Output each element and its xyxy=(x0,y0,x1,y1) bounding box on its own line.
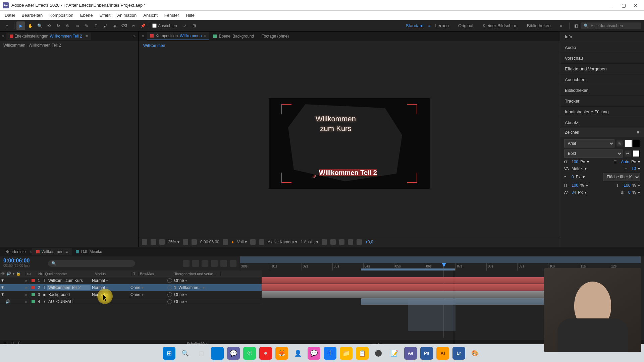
menu-bearbeiten[interactable]: Bearbeiten xyxy=(18,11,46,19)
layer-color[interactable] xyxy=(32,279,35,282)
rect-tool-icon[interactable]: ▭ xyxy=(73,21,82,30)
layer-row-2[interactable]: 👁 ▸ 2 T Willkommen Teil 2 Normal Ohne 1.… xyxy=(0,284,262,291)
menu-ansicht[interactable]: Ansicht xyxy=(140,11,161,19)
snapshot-icon[interactable] xyxy=(223,239,228,245)
panel-menu-icon[interactable]: » xyxy=(130,34,138,39)
graph-editor-icon[interactable] xyxy=(230,260,236,267)
tracking-value[interactable]: 10 xyxy=(632,166,636,171)
stroke-color-swatch[interactable] xyxy=(633,140,640,147)
clone-tool-icon[interactable]: ◈ xyxy=(110,21,119,30)
taskbar-facebook[interactable]: f xyxy=(324,347,336,360)
grid-icon[interactable] xyxy=(183,239,188,245)
minimize-button[interactable]: — xyxy=(608,3,614,8)
panel-audio[interactable]: Audio xyxy=(560,42,644,53)
camera-dropdown[interactable]: Aktive Kamera ▾ xyxy=(268,240,297,244)
grid-icon[interactable]: ⊞ xyxy=(190,21,199,30)
taskbar-obs[interactable]: ⚫ xyxy=(372,347,385,360)
region-icon[interactable] xyxy=(259,239,264,245)
baseline-value[interactable]: 34 xyxy=(572,190,576,195)
draft3d-icon[interactable] xyxy=(192,260,199,267)
text-tool-icon[interactable]: T xyxy=(92,21,100,30)
pickwhip-icon[interactable] xyxy=(167,292,172,297)
layer-row-1[interactable]: 👁 ▸ 1 T Willkom...zum Kurs Normal Ohne xyxy=(0,277,262,284)
anchor-tool-icon[interactable]: ⊕ xyxy=(63,21,72,30)
workspace-lernen[interactable]: Lernen xyxy=(431,23,453,28)
pickwhip-icon[interactable] xyxy=(167,299,172,304)
eraser-tool-icon[interactable]: ⌫ xyxy=(120,21,128,30)
solo-column-icon[interactable]: ● xyxy=(12,272,15,276)
anchor-point-icon[interactable]: ⊕ xyxy=(312,173,316,179)
exposure-value[interactable]: +0,0 xyxy=(365,240,373,244)
alpha-icon[interactable] xyxy=(151,239,156,245)
blend-mode-dropdown[interactable]: Normal xyxy=(91,292,129,297)
panel-bibliotheken[interactable]: Bibliotheken xyxy=(560,85,644,96)
layer-color[interactable] xyxy=(32,300,35,303)
layer-color[interactable] xyxy=(32,293,35,296)
footage-tab[interactable]: Footage (ohne) xyxy=(258,33,292,40)
trkmat-dropdown[interactable]: Ohne xyxy=(129,292,166,297)
layer-tab[interactable]: Ebene Background xyxy=(210,33,257,40)
menu-effekt[interactable]: Effekt xyxy=(96,11,114,19)
composition-tab[interactable]: Komposition Willkommen ≡ xyxy=(147,32,209,40)
character-panel-header[interactable]: Zeichen≡ xyxy=(560,128,644,137)
menu-animation[interactable]: Animation xyxy=(114,11,140,19)
panel-tracker[interactable]: Tracker xyxy=(560,96,644,107)
kerning-value[interactable]: Metrik xyxy=(572,166,583,171)
stroke-mode-select[interactable]: Fläche über Kon... xyxy=(603,173,640,181)
taskbar-app-3[interactable]: 👤 xyxy=(291,347,304,360)
viewer-time[interactable]: 0:00:06:00 xyxy=(200,240,219,244)
eyedropper-icon[interactable]: ✎ xyxy=(616,140,623,146)
pen-tool-icon[interactable]: ✎ xyxy=(82,21,91,30)
menu-komposition[interactable]: Komposition xyxy=(46,11,77,19)
taskbar-messenger[interactable]: 💬 xyxy=(308,347,320,360)
taskbar-illustrator[interactable]: Ai xyxy=(436,347,449,360)
3d-icon[interactable] xyxy=(159,239,165,245)
shy-icon[interactable] xyxy=(202,260,208,267)
work-area-bar[interactable] xyxy=(361,268,455,270)
blend-mode-dropdown[interactable]: Normal xyxy=(91,278,129,283)
leading-value[interactable]: Auto xyxy=(621,160,629,164)
taskbar-photoshop[interactable]: Ps xyxy=(420,347,433,360)
layer-row-3[interactable]: 👁 ▸ 3 ■ Background Normal Ohne Ohne xyxy=(0,291,262,298)
flowchart-icon[interactable] xyxy=(348,239,353,245)
close-button[interactable]: ✕ xyxy=(633,3,639,8)
swap-colors-icon[interactable]: ⇄ xyxy=(625,150,631,157)
comp-mini-flowchart-icon[interactable] xyxy=(183,260,190,267)
font-style-select[interactable]: Bold xyxy=(564,149,623,158)
font-size-value[interactable]: 100 xyxy=(572,160,578,164)
tab-willkommen[interactable]: Willkommen ≡ xyxy=(32,248,72,255)
panel-absatz[interactable]: Absatz xyxy=(560,117,644,128)
taskbar-explorer[interactable]: 📁 xyxy=(340,347,353,360)
maximize-button[interactable]: ▢ xyxy=(621,3,627,8)
pickwhip-icon[interactable] xyxy=(167,285,172,290)
menu-fenster[interactable]: Fenster xyxy=(161,11,182,19)
start-button[interactable]: ⊞ xyxy=(163,347,175,360)
transparency-icon[interactable] xyxy=(250,239,256,245)
tab-renderliste[interactable]: Renderliste xyxy=(1,248,30,255)
taskbar-app-1[interactable] xyxy=(211,347,224,360)
reset-exposure-icon[interactable] xyxy=(357,239,362,245)
roto-tool-icon[interactable]: ✂ xyxy=(129,21,138,30)
timeline-search[interactable]: 🔍 xyxy=(48,260,135,267)
align-checkbox[interactable] xyxy=(152,23,157,28)
resolution-dropdown[interactable]: Voll ▾ xyxy=(237,240,247,244)
lock-column-icon[interactable]: 🔒 xyxy=(16,272,21,276)
visibility-toggle[interactable]: 👁 xyxy=(0,278,5,283)
audio-column-icon[interactable]: 🔊 xyxy=(6,272,11,276)
workspace-bibliotheken[interactable]: Bibliotheken xyxy=(522,23,555,28)
panel-ausrichten[interactable]: Ausrichten xyxy=(560,74,644,85)
workspace-standard[interactable]: Standard xyxy=(401,23,428,28)
label-column-icon[interactable]: 🏷 xyxy=(27,272,31,276)
menu-hilfe[interactable]: Hilfe xyxy=(182,11,198,19)
panel-effekte[interactable]: Effekte und Vorgaben xyxy=(560,64,644,74)
taskbar-whatsapp[interactable]: ✆ xyxy=(243,347,256,360)
visibility-toggle[interactable]: 👁 xyxy=(0,292,5,297)
hand-tool-icon[interactable]: ✋ xyxy=(26,21,35,30)
pickwhip-icon[interactable] xyxy=(167,278,172,283)
taskbar-app-4[interactable]: 📋 xyxy=(356,347,369,360)
orbit-tool-icon[interactable]: ⟲ xyxy=(45,21,53,30)
zoom-dropdown[interactable]: 25% ▾ xyxy=(168,240,179,244)
audio-toggle[interactable]: 🔊 xyxy=(5,299,10,304)
taskbar-teams[interactable]: 💬 xyxy=(227,347,240,360)
guides-icon[interactable] xyxy=(192,239,197,245)
